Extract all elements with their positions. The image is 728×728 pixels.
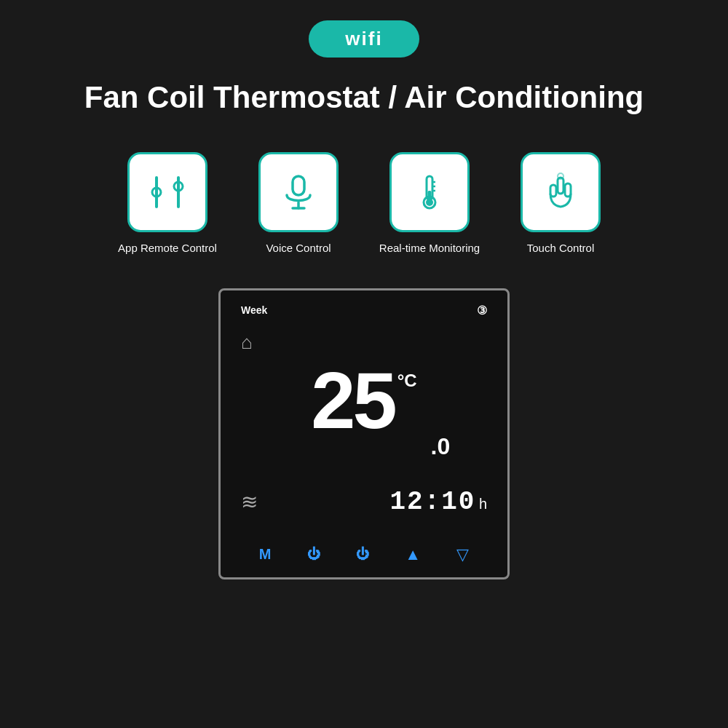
feature-realtime: Real-time Monitoring xyxy=(379,152,480,256)
home-icon: ⌂ xyxy=(241,331,253,354)
btn-up[interactable]: ▲ xyxy=(405,545,421,564)
thermo-btn-row[interactable]: M ⏻ ⏻ ▲ ▽ xyxy=(241,545,487,564)
thermo-home-row: ⌂ xyxy=(241,331,487,354)
svg-rect-4 xyxy=(293,176,304,195)
voice-icon-box xyxy=(258,152,339,232)
btn-down[interactable]: ▽ xyxy=(456,545,469,564)
thermo-top-row: Week ③ xyxy=(241,304,487,317)
thermometer-icon xyxy=(408,170,451,214)
btn-clock[interactable]: ⏻ xyxy=(307,547,320,562)
wifi-badge-label: wifi xyxy=(345,28,382,50)
thermostat-device: Week ③ ⌂ 25 °C .0 ≋ 12:10 h M ⏻ ⏻ xyxy=(218,288,510,579)
period-icon: ③ xyxy=(477,304,487,317)
flame-icon: ≋ xyxy=(241,490,258,514)
features-row: App Remote Control Voice Control xyxy=(116,152,612,256)
time-unit: h xyxy=(479,496,487,512)
realtime-icon-box xyxy=(389,152,470,232)
svg-point-10 xyxy=(426,199,433,206)
btn-m[interactable]: M xyxy=(259,546,272,563)
temperature-value: 25 xyxy=(311,360,394,440)
realtime-label: Real-time Monitoring xyxy=(379,241,480,256)
temp-main-display: 25 °C xyxy=(311,360,416,440)
thermo-mid-row: ≋ 12:10 h xyxy=(241,487,487,517)
app-remote-label: App Remote Control xyxy=(118,241,217,256)
btn-power[interactable]: ⏻ xyxy=(356,547,369,562)
microphone-icon xyxy=(277,170,320,214)
hand-icon xyxy=(539,170,582,214)
touch-label: Touch Control xyxy=(527,241,595,256)
time-display-block: 12:10 h xyxy=(389,487,487,517)
app-remote-icon-box xyxy=(127,152,207,232)
svg-rect-14 xyxy=(558,178,563,194)
week-label: Week xyxy=(241,304,267,316)
wifi-badge: wifi xyxy=(309,20,419,58)
temp-decimal: .0 xyxy=(431,433,451,460)
voice-label: Voice Control xyxy=(266,241,331,256)
temp-unit: °C xyxy=(397,371,417,391)
thermo-temp-block: 25 °C .0 xyxy=(241,360,487,466)
feature-touch: Touch Control xyxy=(510,152,612,256)
feature-voice: Voice Control xyxy=(248,152,349,256)
feature-app-remote: App Remote Control xyxy=(116,152,218,256)
page-title: Fan Coil Thermostat / Air Conditioning xyxy=(84,79,644,116)
sliders-icon xyxy=(146,170,189,214)
touch-icon-box xyxy=(521,152,601,232)
time-value: 12:10 xyxy=(389,487,475,517)
